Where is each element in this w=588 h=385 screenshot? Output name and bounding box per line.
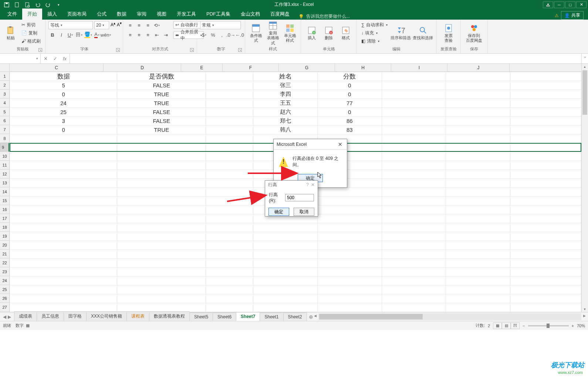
column-headers[interactable]: CDEFGHIJ <box>10 64 581 72</box>
tab-file[interactable]: 文件 <box>2 9 22 20</box>
new-file-icon[interactable] <box>13 1 21 8</box>
zoom-in-icon[interactable]: + <box>572 324 574 328</box>
font-color-icon[interactable]: A <box>93 31 101 39</box>
column-header-I[interactable]: I <box>391 64 447 71</box>
cell[interactable] <box>382 125 446 134</box>
cell[interactable] <box>446 259 510 268</box>
row-header-21[interactable]: 21 <box>0 250 9 258</box>
cell[interactable] <box>446 81 510 90</box>
sheet-tab[interactable]: Sheet6 <box>213 312 236 321</box>
cell[interactable]: TRUE <box>117 90 206 99</box>
increase-decimal-icon[interactable]: .0→ <box>227 31 235 39</box>
cell[interactable] <box>206 125 253 134</box>
cell[interactable] <box>446 125 510 134</box>
zoom-slider[interactable] <box>528 325 569 327</box>
cell[interactable] <box>446 250 510 259</box>
sheet-tab[interactable]: Sheet2 <box>283 312 307 321</box>
cell[interactable] <box>446 205 510 214</box>
cell[interactable] <box>382 161 446 170</box>
cell[interactable]: 0 <box>10 90 117 99</box>
qat-customize-icon[interactable]: ▾ <box>55 1 62 8</box>
undo-icon[interactable] <box>34 1 41 8</box>
cell[interactable] <box>206 303 253 312</box>
cell[interactable] <box>317 223 382 232</box>
align-right-icon[interactable]: ≡ <box>144 31 152 39</box>
cell[interactable]: FALSE <box>117 108 206 117</box>
cell[interactable] <box>10 303 117 312</box>
cell[interactable] <box>446 197 510 205</box>
cell[interactable] <box>253 241 318 250</box>
rowh-input[interactable] <box>285 194 314 201</box>
align-bottom-icon[interactable]: ≡ <box>144 21 152 29</box>
row-header-2[interactable]: 2 <box>0 81 9 90</box>
clipboard-dialog-launcher[interactable]: ↘ <box>38 48 42 52</box>
cell[interactable] <box>510 179 581 188</box>
format-painter-button[interactable]: 🖌格式刷 <box>20 37 42 45</box>
decrease-font-icon[interactable]: A▾ <box>117 21 122 29</box>
row-header-4[interactable]: 4 <box>0 98 9 107</box>
percent-icon[interactable]: % <box>209 31 217 39</box>
cell[interactable] <box>117 179 206 188</box>
cell[interactable] <box>510 241 581 250</box>
cell[interactable] <box>10 214 117 223</box>
cell[interactable] <box>446 268 510 277</box>
cell[interactable]: 3 <box>10 117 117 125</box>
select-all-button[interactable] <box>0 64 10 72</box>
cell[interactable] <box>206 99 253 108</box>
cell[interactable] <box>510 117 581 125</box>
cell[interactable] <box>510 277 581 285</box>
scroll-down-icon[interactable]: ▾ <box>582 306 588 312</box>
cell[interactable] <box>382 250 446 259</box>
phonetic-icon[interactable]: wén <box>102 31 110 39</box>
row-header-9[interactable]: 9 <box>0 143 9 152</box>
cell[interactable] <box>317 205 382 214</box>
macro-record-icon[interactable]: ▦ <box>26 323 30 328</box>
cell[interactable]: 李四 <box>253 90 318 99</box>
cell[interactable] <box>206 161 253 170</box>
cell[interactable]: 赵六 <box>253 108 318 117</box>
row-header-13[interactable]: 13 <box>0 178 9 187</box>
cell[interactable] <box>253 303 318 312</box>
align-top-icon[interactable]: ≡ <box>126 21 134 29</box>
tab-insert[interactable]: 插入 <box>42 9 62 20</box>
alert-close-icon[interactable]: ✕ <box>337 141 344 147</box>
cell[interactable] <box>510 152 581 161</box>
cell[interactable] <box>510 250 581 259</box>
cell[interactable] <box>382 223 446 232</box>
border-icon[interactable]: 田 <box>75 31 83 39</box>
cell[interactable] <box>382 197 446 205</box>
cell[interactable] <box>382 72 446 81</box>
page-layout-view-icon[interactable]: ▤ <box>502 322 511 329</box>
sheet-tab[interactable]: 课程表 <box>126 311 149 321</box>
cell[interactable] <box>206 170 253 179</box>
tab-baidu[interactable]: 百度网盘 <box>265 9 295 20</box>
cell[interactable] <box>206 197 253 205</box>
cell[interactable] <box>317 214 382 223</box>
scroll-right-icon[interactable]: ▶ <box>583 314 586 318</box>
row-header-14[interactable]: 14 <box>0 187 9 196</box>
cell[interactable] <box>10 232 117 241</box>
cell[interactable] <box>510 170 581 179</box>
cell[interactable] <box>382 303 446 312</box>
font-size-select[interactable]: 20 <box>94 21 109 29</box>
open-file-icon[interactable] <box>24 1 31 8</box>
cell[interactable] <box>446 188 510 197</box>
cell[interactable] <box>10 152 117 161</box>
cell[interactable] <box>382 188 446 197</box>
cell[interactable] <box>510 134 581 143</box>
cell[interactable] <box>117 259 206 268</box>
cell[interactable] <box>510 99 581 108</box>
cell[interactable] <box>382 214 446 223</box>
cell[interactable]: 5 <box>10 81 117 90</box>
cell[interactable] <box>117 232 206 241</box>
cell[interactable]: 83 <box>317 125 382 134</box>
column-header-D[interactable]: D <box>104 64 181 71</box>
cell[interactable] <box>317 268 382 277</box>
orientation-icon[interactable]: ⟲ <box>153 21 161 29</box>
fill-color-icon[interactable]: 🪣 <box>84 31 92 39</box>
cell[interactable] <box>117 188 206 197</box>
cell[interactable] <box>206 241 253 250</box>
cell[interactable] <box>382 170 446 179</box>
column-header-J[interactable]: J <box>447 64 510 71</box>
cell[interactable]: 24 <box>10 99 117 108</box>
